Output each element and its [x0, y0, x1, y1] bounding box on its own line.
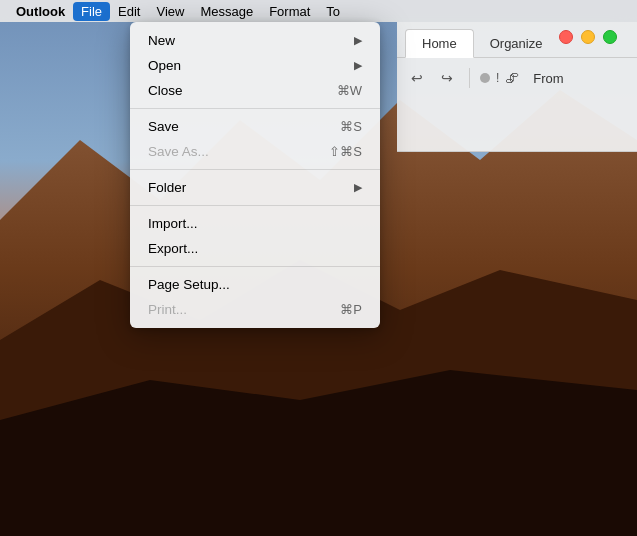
menu-item-page-setup[interactable]: Page Setup... [130, 272, 380, 297]
menubar-item-to[interactable]: To [318, 2, 348, 21]
menu-item-open[interactable]: Open ▶ [130, 53, 380, 78]
menu-item-save[interactable]: Save ⌘S [130, 114, 380, 139]
menu-item-new[interactable]: New ▶ [130, 28, 380, 53]
menu-item-close-label: Close [148, 83, 183, 98]
separator-4 [130, 266, 380, 267]
redo-icon[interactable]: ↪ [435, 66, 459, 90]
close-window-button[interactable] [559, 30, 573, 44]
menu-item-print-label: Print... [148, 302, 187, 317]
menu-item-new-arrow: ▶ [354, 34, 362, 47]
menu-item-folder-arrow: ▶ [354, 181, 362, 194]
minimize-window-button[interactable] [581, 30, 595, 44]
menu-item-close[interactable]: Close ⌘W [130, 78, 380, 103]
paperclip-icon: 🖇 [505, 70, 519, 86]
tab-organize[interactable]: Organize [474, 30, 559, 57]
menubar-item-format[interactable]: Format [261, 2, 318, 21]
menubar-item-file[interactable]: File [73, 2, 110, 21]
exclaim-icon: ! [496, 71, 499, 85]
menubar-item-message[interactable]: Message [192, 2, 261, 21]
menu-item-import[interactable]: Import... [130, 211, 380, 236]
file-dropdown-menu: New ▶ Open ▶ Close ⌘W Save ⌘S Save As...… [130, 22, 380, 328]
menu-item-page-setup-label: Page Setup... [148, 277, 230, 292]
menu-item-import-label: Import... [148, 216, 198, 231]
menu-item-open-label: Open [148, 58, 181, 73]
menu-item-folder[interactable]: Folder ▶ [130, 175, 380, 200]
menu-item-save-as-shortcut: ⇧⌘S [329, 144, 362, 159]
menu-item-open-arrow: ▶ [354, 59, 362, 72]
menu-item-save-label: Save [148, 119, 179, 134]
dot-icon [480, 73, 490, 83]
undo-icon[interactable]: ↩ [405, 66, 429, 90]
menubar: Outlook File Edit View Message Format To [0, 0, 637, 22]
tab-home[interactable]: Home [405, 29, 474, 58]
menubar-item-view[interactable]: View [148, 2, 192, 21]
window-controls [559, 30, 617, 44]
ribbon-toolbar: ↩ ↪ ! 🖇 From [397, 58, 637, 98]
from-label: From [525, 67, 571, 90]
menu-item-save-shortcut: ⌘S [340, 119, 362, 134]
menu-item-print-shortcut: ⌘P [340, 302, 362, 317]
maximize-window-button[interactable] [603, 30, 617, 44]
separator-1 [130, 108, 380, 109]
separator-3 [130, 205, 380, 206]
menu-item-export[interactable]: Export... [130, 236, 380, 261]
menubar-item-edit[interactable]: Edit [110, 2, 148, 21]
menu-item-save-as[interactable]: Save As... ⇧⌘S [130, 139, 380, 164]
toolbar-separator [469, 68, 470, 88]
menu-item-new-label: New [148, 33, 175, 48]
menu-item-close-shortcut: ⌘W [337, 83, 362, 98]
menubar-item-outlook[interactable]: Outlook [8, 2, 73, 21]
menu-item-folder-label: Folder [148, 180, 186, 195]
menu-item-print[interactable]: Print... ⌘P [130, 297, 380, 322]
menu-item-save-as-label: Save As... [148, 144, 209, 159]
menu-item-export-label: Export... [148, 241, 198, 256]
separator-2 [130, 169, 380, 170]
